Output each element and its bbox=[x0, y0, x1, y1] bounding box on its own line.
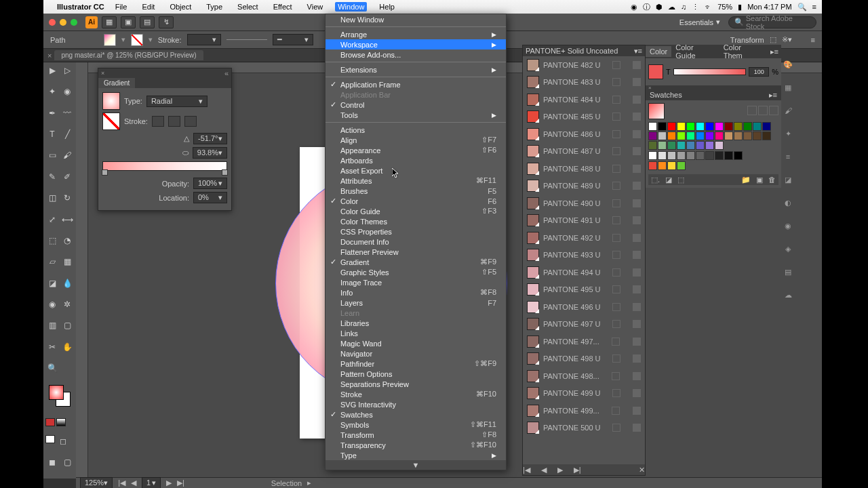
pantone-row[interactable]: PANTONE 487 U bbox=[523, 143, 645, 161]
tint-value[interactable]: 100 bbox=[749, 67, 769, 77]
panel-menu-icon[interactable]: ≡ bbox=[811, 36, 815, 44]
options-icon[interactable] bbox=[769, 106, 778, 115]
stroke-gradient-preview[interactable] bbox=[102, 113, 120, 130]
artboard-nav[interactable]: 1▾ bbox=[142, 477, 161, 488]
swatch-cell[interactable] bbox=[658, 131, 667, 140]
panel-close-icon[interactable]: × bbox=[648, 85, 652, 91]
stroke-align-1[interactable] bbox=[152, 116, 164, 127]
brushes-panel-icon[interactable]: 🖌 bbox=[782, 104, 794, 117]
nav-prev-icon[interactable]: ◀ bbox=[541, 466, 547, 474]
swatch-cell[interactable] bbox=[705, 151, 714, 160]
menu-item-actions[interactable]: Actions bbox=[326, 125, 506, 135]
panel-menu-icon[interactable]: ▸≡ bbox=[766, 46, 781, 58]
eraser-tool[interactable]: ◫ bbox=[45, 191, 60, 205]
swatch-cell[interactable] bbox=[715, 122, 724, 131]
nav-last-icon[interactable]: ▶| bbox=[177, 479, 184, 487]
pantone-row[interactable]: PANTONE 500 U bbox=[523, 420, 645, 437]
tab-close-icon[interactable]: × bbox=[47, 52, 52, 60]
wifi-icon[interactable]: ⋮ bbox=[692, 3, 699, 12]
screen-mode[interactable]: ▢ bbox=[60, 455, 75, 469]
stock-search[interactable]: 🔍 Search Adobe Stock bbox=[728, 16, 816, 28]
swatch-cell[interactable] bbox=[667, 122, 676, 131]
nav-first-icon[interactable]: |◀ bbox=[118, 479, 125, 487]
swatch-cell[interactable] bbox=[762, 131, 771, 140]
menu-item-symbols[interactable]: Symbols⇧⌘F11 bbox=[326, 420, 506, 430]
swatch-cell[interactable] bbox=[686, 151, 695, 160]
clock[interactable]: Mon 4:17 PM bbox=[747, 3, 791, 11]
width-tool[interactable]: ⟷ bbox=[60, 213, 75, 226]
swatch-cell[interactable] bbox=[753, 131, 762, 140]
pantone-row[interactable]: PANTONE 482 U bbox=[523, 56, 645, 74]
pantone-row[interactable]: PANTONE 485 U bbox=[523, 108, 645, 126]
stroke-weight[interactable]: ▾ bbox=[187, 34, 221, 45]
menu-object[interactable]: Object bbox=[167, 2, 194, 12]
swatch-cell[interactable] bbox=[677, 161, 686, 170]
ratio-input[interactable]: 93.8%▾ bbox=[193, 147, 227, 159]
artboard-tool[interactable]: ▢ bbox=[60, 319, 75, 332]
type-tool[interactable]: T bbox=[45, 127, 60, 141]
menu-item-appearance[interactable]: Appearance⇧F6 bbox=[326, 145, 506, 155]
pantone-row[interactable]: PANTONE 498 U bbox=[523, 350, 645, 368]
pen-tool[interactable]: ✒ bbox=[45, 106, 60, 120]
menu-item-application-frame[interactable]: ✓Application Frame bbox=[326, 79, 506, 89]
stroke-swatch[interactable] bbox=[131, 34, 143, 46]
options-icon[interactable]: ※▾ bbox=[782, 35, 792, 44]
pantone-row[interactable]: PANTONE 497... bbox=[523, 333, 645, 350]
pantone-row[interactable]: PANTONE 483 U bbox=[523, 74, 645, 92]
curvature-tool[interactable]: 〰 bbox=[60, 106, 75, 120]
pantone-row[interactable]: PANTONE 493 U bbox=[523, 247, 645, 264]
lasso-tool[interactable]: ◉ bbox=[60, 85, 75, 98]
swatch-cell[interactable] bbox=[743, 122, 752, 131]
menu-item-transform[interactable]: Transform⇧F8 bbox=[326, 430, 506, 440]
nav-first-icon[interactable]: |◀ bbox=[523, 466, 530, 474]
swatch-cell[interactable] bbox=[658, 122, 667, 131]
free-transform-tool[interactable]: ⬚ bbox=[45, 234, 60, 247]
gradient-ramp[interactable] bbox=[102, 161, 227, 171]
menu-item-css-properties[interactable]: CSS Properties bbox=[326, 226, 506, 237]
tab-color[interactable]: Color bbox=[646, 46, 671, 57]
draw-normal[interactable]: ◻ bbox=[56, 434, 71, 448]
menu-item-workspace[interactable]: Workspace▶ bbox=[326, 39, 506, 49]
shaper-tool[interactable]: ✎ bbox=[45, 170, 60, 184]
menu-item-brushes[interactable]: BrushesF5 bbox=[326, 186, 506, 196]
chevron-down-icon[interactable]: ▾ bbox=[149, 35, 153, 44]
arrange-icon[interactable]: ▣ bbox=[121, 16, 136, 28]
menu-help[interactable]: Help bbox=[376, 2, 397, 12]
pantone-row[interactable]: PANTONE 497 U bbox=[523, 316, 645, 333]
pantone-row[interactable]: PANTONE 490 U bbox=[523, 195, 645, 212]
swatch-cell[interactable] bbox=[648, 141, 657, 150]
blend-tool[interactable]: ◉ bbox=[45, 298, 60, 311]
swatch-cell[interactable] bbox=[696, 151, 705, 160]
menu-item-gradient[interactable]: ✓Gradient⌘F9 bbox=[326, 257, 506, 267]
swatch-cell[interactable] bbox=[667, 161, 676, 170]
selection-tool[interactable]: ▶ bbox=[45, 64, 60, 77]
menu-item-graphic-styles[interactable]: Graphic Styles⇧F5 bbox=[326, 267, 506, 277]
pantone-row[interactable]: PANTONE 492 U bbox=[523, 229, 645, 247]
swatch-cell[interactable] bbox=[686, 131, 695, 140]
menu-item-pathfinder[interactable]: Pathfinder⇧⌘F9 bbox=[326, 359, 506, 369]
gradient-stop-start[interactable] bbox=[102, 169, 108, 176]
mesh-tool[interactable]: ▦ bbox=[60, 255, 75, 268]
swatch-cell[interactable] bbox=[724, 151, 733, 160]
menu-item-links[interactable]: Links bbox=[326, 328, 506, 338]
menu-select[interactable]: Select bbox=[235, 2, 261, 12]
menu-item-attributes[interactable]: Attributes⌘F11 bbox=[326, 176, 506, 186]
spotlight-icon[interactable]: 🔍 bbox=[797, 3, 807, 12]
menu-edit[interactable]: Edit bbox=[139, 2, 157, 12]
menu-item-browse-add-ons-[interactable]: Browse Add-ons... bbox=[326, 49, 506, 60]
panel-collapse-icon[interactable]: « bbox=[224, 69, 229, 77]
swatch-cell[interactable] bbox=[734, 151, 743, 160]
panel-menu-icon[interactable]: ▸≡ bbox=[769, 91, 777, 100]
pantone-row[interactable]: PANTONE 489 U bbox=[523, 178, 645, 195]
info-icon[interactable]: ⓘ bbox=[643, 2, 650, 12]
layers-panel-icon[interactable]: ▤ bbox=[782, 266, 794, 278]
swatch-cell[interactable] bbox=[667, 141, 676, 150]
swatch-cell[interactable] bbox=[705, 141, 714, 150]
swatch-cell[interactable] bbox=[762, 122, 771, 131]
stroke-panel-icon[interactable]: ≡ bbox=[782, 150, 794, 163]
menu-item-artboards[interactable]: Artboards bbox=[326, 155, 506, 165]
menu-item-color[interactable]: ✓ColorF6 bbox=[326, 196, 506, 206]
gradient-preview[interactable] bbox=[102, 92, 120, 110]
nav-next-icon[interactable]: ▶ bbox=[166, 479, 172, 487]
angle-input[interactable]: -51.7°▾ bbox=[193, 133, 227, 144]
